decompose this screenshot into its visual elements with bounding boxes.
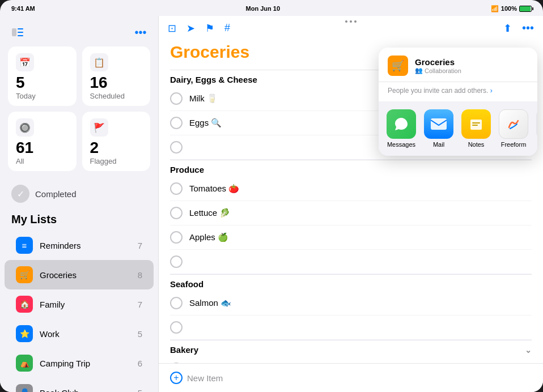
list-item-bookclub[interactable]: 👤 Book Club 5: [5, 378, 154, 392]
groceries-icon: 🛒: [16, 266, 33, 283]
new-item-label: New Item: [187, 373, 223, 383]
svg-rect-1: [18, 28, 23, 29]
flagged-icon: 🚩: [90, 118, 108, 137]
today-icon: 📅: [16, 53, 34, 71]
share-notes[interactable]: Notes: [459, 109, 493, 148]
camping-count: 6: [138, 359, 142, 368]
svg-rect-0: [12, 28, 16, 36]
tomatoes-checkbox[interactable]: [170, 182, 183, 195]
app-container: ••• 📅 5 Today 📋 16 Scheduled 🔘: [0, 16, 543, 392]
family-count: 7: [138, 300, 142, 309]
salmon-checkbox[interactable]: [170, 297, 183, 309]
status-date: Mon Jun 10: [246, 5, 281, 12]
collab-list-icon: 🛒: [388, 56, 408, 76]
list-items: ≡ Reminders 7 🛒 Groceries 8 🏠 Family 7 ⭐…: [0, 231, 158, 392]
collab-title: Groceries: [415, 57, 528, 67]
list-item-reminders[interactable]: ≡ Reminders 7: [5, 231, 154, 260]
collab-subtitle: 👥 Collaboration: [415, 67, 528, 74]
hashtag-icon[interactable]: #: [224, 22, 230, 34]
more-icon[interactable]: •••: [522, 22, 534, 35]
dairy-extra-checkbox[interactable]: [170, 141, 183, 154]
svg-rect-6: [472, 122, 480, 123]
battery-label: 100%: [501, 5, 517, 12]
reminders-count: 7: [138, 241, 142, 250]
eggs-checkbox[interactable]: [170, 117, 183, 129]
seafood-extra-checkbox[interactable]: [170, 321, 183, 334]
mail-label: Mail: [433, 141, 444, 148]
collab-info: Groceries 👥 Collaboration: [415, 57, 528, 74]
messages-app-icon: [387, 109, 416, 139]
all-icon: 🔘: [16, 118, 34, 137]
all-count: 61: [16, 140, 69, 156]
location-icon[interactable]: ➤: [186, 22, 195, 35]
lettuce-text: Lettuce 🥬: [189, 208, 230, 218]
list-item-family[interactable]: 🏠 Family 7: [5, 289, 154, 319]
share-mail[interactable]: Mail: [422, 109, 456, 148]
groceries-name: Groceries: [40, 270, 131, 280]
salmon-text: Salmon 🐟: [189, 298, 231, 308]
tomatoes-text: Tomatoes 🍅: [189, 184, 239, 194]
sidebar-toggle-button[interactable]: [9, 24, 26, 41]
work-name: Work: [40, 329, 131, 339]
share-icon[interactable]: ⬆: [503, 22, 512, 35]
apples-text: Apples 🍏: [189, 232, 228, 242]
reminders-icon: ≡: [16, 237, 33, 254]
toolbar-left: ⊡ ➤ ⚑ #: [168, 22, 230, 35]
svg-rect-3: [18, 35, 23, 36]
collab-invite-link[interactable]: ›: [490, 87, 493, 95]
status-right: 📶 100%: [491, 5, 532, 12]
item-salmon: Salmon 🐟: [170, 291, 532, 316]
share-more[interactable]: › Wi…: [534, 109, 537, 148]
wifi-icon: 📶: [491, 5, 499, 12]
bookclub-icon: 👤: [16, 384, 33, 392]
smart-card-flagged[interactable]: 🚩 2 Flagged: [82, 112, 151, 171]
sidebar-more-button[interactable]: •••: [132, 24, 149, 41]
completed-row[interactable]: ✓ Completed: [0, 179, 158, 211]
scheduled-label: Scheduled: [90, 92, 143, 100]
add-new-circle: +: [170, 372, 183, 384]
completed-label: Completed: [35, 189, 77, 199]
work-icon: ⭐: [16, 325, 33, 342]
lettuce-checkbox[interactable]: [170, 207, 183, 219]
add-new-item[interactable]: + New Item: [159, 363, 543, 392]
share-freeform[interactable]: Freeform: [497, 109, 531, 148]
work-count: 5: [138, 329, 142, 339]
produce-extra-checkbox[interactable]: [170, 255, 183, 268]
messages-label: Messages: [387, 141, 415, 148]
notes-label: Notes: [468, 141, 485, 148]
smart-card-all[interactable]: 🔘 61 All: [8, 112, 77, 171]
bookclub-name: Book Club: [40, 388, 131, 393]
apples-checkbox[interactable]: [170, 231, 183, 244]
scan-icon[interactable]: ⊡: [168, 22, 176, 35]
today-count: 5: [16, 75, 69, 91]
smart-card-today[interactable]: 📅 5 Today: [8, 46, 77, 106]
reminders-name: Reminders: [40, 241, 131, 250]
svg-rect-4: [431, 118, 447, 130]
toolbar-right: ⬆ •••: [503, 22, 534, 35]
item-produce-extra: [170, 250, 532, 274]
item-croissants: Croissants 🥐: [170, 357, 532, 363]
item-seafood-extra: [170, 316, 532, 340]
share-apps: Messages Mail: [379, 101, 537, 156]
list-item-groceries[interactable]: 🛒 Groceries 8: [5, 260, 154, 289]
family-icon: 🏠: [16, 296, 33, 313]
completed-icon: ✓: [11, 185, 29, 203]
list-item-work[interactable]: ⭐ Work 5: [5, 319, 154, 348]
smart-card-scheduled[interactable]: 📋 16 Scheduled: [82, 46, 151, 106]
list-item-camping[interactable]: ⛺ Camping Trip 6: [5, 348, 154, 378]
flag-icon[interactable]: ⚑: [205, 22, 214, 35]
svg-rect-7: [472, 125, 478, 126]
milk-checkbox[interactable]: [170, 92, 183, 105]
share-messages[interactable]: Messages: [384, 109, 418, 148]
more-apps-icon: ›: [536, 109, 537, 139]
bakery-chevron[interactable]: ⌄: [525, 346, 532, 355]
scheduled-icon: 📋: [90, 53, 108, 71]
scheduled-count: 16: [90, 75, 143, 91]
mail-app-icon: [424, 109, 453, 139]
main-content: ⊡ ➤ ⚑ # ⬆ ••• Groceries Dairy, Eggs & Ch…: [159, 16, 543, 392]
drag-indicator: [345, 20, 357, 23]
category-seafood: Seafood: [170, 274, 532, 291]
sidebar: ••• 📅 5 Today 📋 16 Scheduled 🔘: [0, 16, 159, 392]
battery-icon: [519, 6, 532, 12]
status-bar: 9:41 AM Mon Jun 10 📶 100%: [0, 0, 543, 16]
